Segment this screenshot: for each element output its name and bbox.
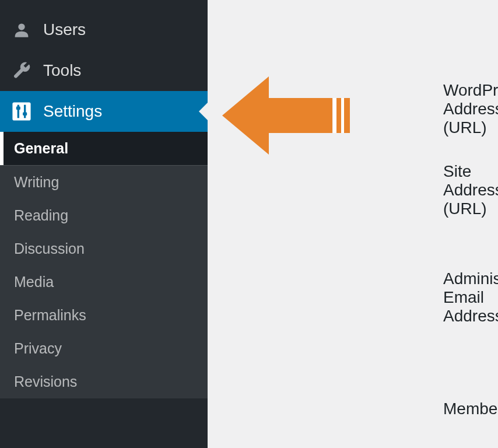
submenu-item-discussion[interactable]: Discussion [0, 232, 208, 265]
svg-rect-1 [12, 102, 30, 120]
tools-icon [10, 60, 33, 82]
submenu-label: Writing [14, 174, 59, 190]
main-content: WordPress Address (URL) Site Address (UR… [208, 0, 498, 448]
submenu-label: Discussion [14, 240, 85, 257]
svg-point-0 [18, 23, 24, 30]
submenu-item-reading[interactable]: Reading [0, 199, 208, 232]
submenu-item-general[interactable]: General [0, 132, 208, 165]
field-label-wordpress-address: WordPress Address (URL) [443, 81, 498, 137]
svg-rect-5 [23, 112, 27, 116]
users-icon [10, 19, 33, 41]
submenu-item-permalinks[interactable]: Permalinks [0, 299, 208, 332]
submenu-label: Revisions [14, 373, 77, 390]
admin-sidebar: Users Tools Settings General Writing [0, 0, 208, 448]
sidebar-item-label: Settings [43, 102, 102, 121]
sidebar-item-label: Tools [43, 61, 81, 80]
sidebar-item-users[interactable]: Users [0, 9, 208, 50]
submenu-item-revisions[interactable]: Revisions [0, 365, 208, 398]
svg-rect-4 [16, 107, 20, 110]
settings-icon [10, 100, 33, 123]
submenu-label: Reading [14, 207, 68, 223]
submenu-label: General [14, 140, 68, 156]
sidebar-item-partial[interactable] [0, 0, 208, 9]
partial-icon [10, 0, 33, 9]
submenu-item-media[interactable]: Media [0, 265, 208, 299]
sidebar-item-label: Users [43, 20, 86, 39]
submenu-item-privacy[interactable]: Privacy [0, 332, 208, 365]
submenu-label: Privacy [14, 340, 62, 356]
sidebar-item-tools[interactable]: Tools [0, 50, 208, 91]
field-label-site-address: Site Address (URL) [443, 162, 498, 218]
submenu-label: Permalinks [14, 307, 86, 323]
field-label-membership: Membership [443, 400, 498, 418]
submenu-label: Media [14, 274, 54, 290]
settings-submenu: General Writing Reading Discussion Media… [0, 132, 208, 398]
submenu-item-writing[interactable]: Writing [0, 166, 208, 199]
field-label-admin-email: Administration Email Address [443, 270, 498, 326]
sidebar-item-settings[interactable]: Settings [0, 91, 208, 132]
